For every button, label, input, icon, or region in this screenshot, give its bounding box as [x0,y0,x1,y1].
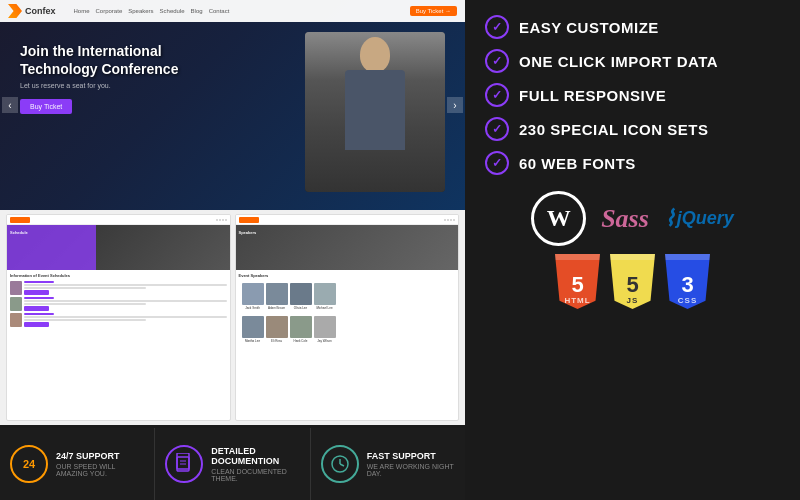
speaker-card-8: Jay Wilson [314,316,336,343]
check-icon-2 [485,49,509,73]
nav-blog: Blog [191,8,203,14]
check-icon-3 [485,83,509,107]
ticket-button[interactable]: Buy Ticket → [410,6,457,16]
mini-avatar-3 [10,313,22,327]
speaker-card-5: Martha Lee [242,316,264,343]
speaker-name-5: Martha Lee [242,339,264,343]
mini-btn-2 [24,306,49,311]
mini-nav-2 [236,215,459,225]
mini-nav-1 [7,215,230,225]
docs-title: DETAILED DOCUMENTION [211,446,299,466]
html5-label: HTML [564,296,590,305]
feature-label-1: EASY CUSTOMIZE [519,19,659,36]
mini-nav-dots-1 [216,219,227,221]
feature-label-4: 230 SPECIAL ICON SETS [519,121,708,138]
hero-cta-label: Buy Ticket [30,103,62,110]
support-icon: 24 [10,445,48,483]
speaker-card-1: Jack Smith [242,283,264,310]
speaker-image [305,32,445,192]
jquery-tilde: ⌇ [664,206,675,232]
docs-subtitle: CLEAN DOCUMENTED THEME. [211,468,299,482]
docs-text: DETAILED DOCUMENTION CLEAN DOCUMENTED TH… [211,446,299,482]
nav-contact: Contact [209,8,230,14]
ticket-label: Buy Ticket → [416,8,451,14]
right-panel: EASY CUSTOMIZE ONE CLICK IMPORT DATA FUL… [465,0,800,500]
sass-logo: Sass [601,204,649,234]
mini-hero-2: Speakers [236,225,459,270]
js5-number: 5 [626,274,638,296]
speaker-name-6: Eli Ross [266,339,288,343]
mini-logo-2 [239,217,259,223]
arrow-right-icon[interactable]: › [447,97,463,113]
speaker-name-7: Hank Cole [290,339,312,343]
wordpress-logo: W [531,191,586,246]
speaker-name-4: Michael Lee [314,306,336,310]
speaker-name-3: Olivia Lee [290,306,312,310]
mini-speakers-label: Speakers [239,230,257,236]
nav-schedule: Schedule [160,8,185,14]
left-panel: Confex Home Corporate Speakers Schedule … [0,0,465,500]
wordpress-w: W [547,205,571,232]
fast-support-title: FAST SUPPORT [367,451,455,461]
mini-btn [24,290,49,295]
speaker-silhouette [305,32,445,192]
tech-row-badges: 5 HTML 5 JS 3 CSS [485,254,780,309]
fast-support-text: FAST SUPPORT WE ARE WORKING NIGHT DAY. [367,451,455,477]
speaker-card-2: Adam Brown [266,283,288,310]
speakers-content: Event Speakers Jack Smith Adam Brown Oli… [236,270,459,349]
mini-text-3 [24,313,227,327]
speaker-card-3: Olivia Lee [290,283,312,310]
feature-icon-sets: 230 SPECIAL ICON SETS [485,117,780,141]
html5-stripe [555,254,600,260]
feature-list: EASY CUSTOMIZE ONE CLICK IMPORT DATA FUL… [485,15,780,175]
mini-text-2 [24,297,227,311]
screenshots-row: Schedule Information of Event Schedules [0,210,465,425]
speaker-card-7: Hank Cole [290,316,312,343]
mini-line-2 [24,300,227,302]
speaker-photo-7 [290,316,312,338]
document-icon [175,453,193,475]
css3-number: 3 [681,274,693,296]
jquery-label: jQuery [677,208,734,229]
mini-hero-1: Schedule [7,225,230,270]
js5-stripe [610,254,655,260]
mini-row-2 [10,297,227,311]
css3-badge: 3 CSS [665,254,710,309]
speaker-photo-3 [290,283,312,305]
speaker-cards-row1: Jack Smith Adam Brown Olivia Lee Michael… [239,280,456,313]
html5-badge: 5 HTML [555,254,600,309]
speaker-name-8: Jay Wilson [314,339,336,343]
mini-avatar [10,281,22,295]
hero-nav: Confex Home Corporate Speakers Schedule … [0,0,465,22]
logo-icon [8,4,22,18]
feature-easy-customize: EASY CUSTOMIZE [485,15,780,39]
screenshot-schedule: Schedule Information of Event Schedules [6,214,231,421]
check-icon-1 [485,15,509,39]
mini-line-accent-3 [24,313,54,315]
mini-hero-label: Schedule [10,230,28,236]
bottom-bar: 24 24/7 SUPPORT OUR SPEED WILL AMAZING Y… [0,428,465,500]
speaker-photo-6 [266,316,288,338]
screenshot-speakers: Speakers Event Speakers Jack Smith Adam … [235,214,460,421]
html5-number: 5 [571,274,583,296]
support-number: 24 [23,458,35,470]
nav-home: Home [74,8,90,14]
tech-row-logos: W Sass ⌇ jQuery [485,191,780,246]
speaker-photo-2 [266,283,288,305]
jquery-logo: ⌇ jQuery [664,206,734,232]
arrow-left-icon[interactable]: ‹ [2,97,18,113]
speaker-name-1: Jack Smith [242,306,264,310]
feature-label-2: ONE CLICK IMPORT DATA [519,53,718,70]
support-title: 24/7 SUPPORT [56,451,144,461]
speaker-cards-row2: Martha Lee Eli Ross Hank Cole Jay Wilson [239,313,456,346]
nav-speakers: Speakers [128,8,153,14]
hero-text-block: Join the InternationalTechnology Confere… [20,42,178,114]
mini-text [24,281,227,295]
hero-cta-button[interactable]: Buy Ticket [20,99,72,114]
css3-label: CSS [678,296,697,305]
fast-support-icon [321,445,359,483]
mini-avatar-2 [10,297,22,311]
fast-support-subtitle: WE ARE WORKING NIGHT DAY. [367,463,455,477]
mini-line-short-2 [24,303,146,305]
check-icon-4 [485,117,509,141]
